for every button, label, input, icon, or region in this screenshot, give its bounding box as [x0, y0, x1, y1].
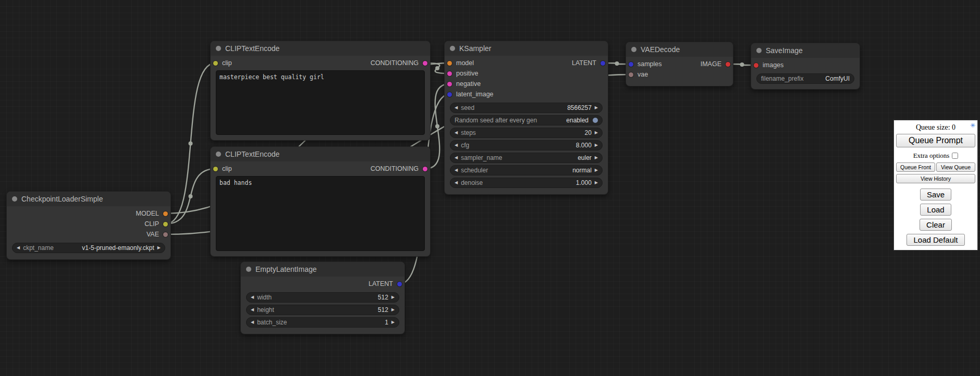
- output-slot-row: CLIP: [7, 219, 170, 229]
- node-collapse-dot-icon[interactable]: [12, 196, 17, 202]
- load-default-button[interactable]: Load Default: [906, 234, 964, 246]
- node-collapse-dot-icon[interactable]: [450, 46, 455, 51]
- samples-input-port-icon[interactable]: [629, 62, 633, 67]
- node-clip-text-encode-negative[interactable]: CLIPTextEncode clip CONDITIONING bad han…: [210, 146, 431, 257]
- input-label-clip: clip: [222, 165, 232, 172]
- model-input-port-icon[interactable]: [447, 61, 452, 66]
- node-title: VAEDecode: [641, 45, 680, 54]
- latent-output-port-icon[interactable]: [601, 61, 605, 66]
- slot-row: positive: [445, 68, 608, 79]
- node-empty-latent-image[interactable]: EmptyLatentImage LATENT ◀ width 512 ▶ ◀ …: [240, 261, 405, 334]
- clip-input-port-icon[interactable]: [213, 167, 218, 171]
- increment-arrow-icon[interactable]: ▶: [391, 320, 395, 324]
- increment-arrow-icon[interactable]: ▶: [595, 156, 598, 160]
- node-collapse-dot-icon[interactable]: [631, 47, 636, 52]
- save-button[interactable]: Save: [920, 189, 951, 200]
- widget-filename-prefix[interactable]: filename_prefix ComfyUI: [756, 73, 854, 84]
- node-header[interactable]: SaveImage: [751, 43, 860, 58]
- widget-denoise[interactable]: ◀ denoise 1.000 ▶: [450, 178, 603, 188]
- slot-row: clip CONDITIONING: [211, 164, 430, 174]
- decrement-arrow-icon[interactable]: ◀: [251, 320, 254, 324]
- widget-value: v1-5-pruned-emaonly.ckpt: [82, 244, 154, 252]
- node-collapse-dot-icon[interactable]: [246, 267, 251, 272]
- node-header[interactable]: EmptyLatentImage: [241, 262, 405, 277]
- conditioning-output-port-icon[interactable]: [423, 167, 427, 171]
- widget-batch-size[interactable]: ◀ batch_size 1 ▶: [246, 317, 399, 328]
- queue-front-button[interactable]: Queue Front: [896, 162, 935, 172]
- increment-arrow-icon[interactable]: ▶: [595, 106, 598, 110]
- widget-name: Random seed after every gen: [455, 117, 537, 124]
- widget-height[interactable]: ◀ height 512 ▶: [246, 305, 399, 315]
- node-title: SaveImage: [766, 46, 803, 55]
- load-button[interactable]: Load: [920, 204, 951, 216]
- negative-input-port-icon[interactable]: [447, 82, 452, 86]
- node-header[interactable]: CLIPTextEncode: [211, 41, 430, 56]
- node-collapse-dot-icon[interactable]: [756, 48, 762, 53]
- widget-cfg[interactable]: ◀ cfg 8.000 ▶: [450, 140, 603, 151]
- widget-name: denoise: [461, 179, 483, 186]
- increment-arrow-icon[interactable]: ▶: [595, 168, 598, 172]
- node-collapse-dot-icon[interactable]: [216, 46, 221, 51]
- node-header[interactable]: CLIPTextEncode: [211, 147, 430, 161]
- settings-gear-icon[interactable]: ✳: [970, 122, 975, 129]
- output-slot-row: LATENT: [241, 279, 405, 289]
- decrement-arrow-icon[interactable]: ◀: [455, 156, 458, 160]
- slot-row: images: [751, 60, 860, 70]
- input-label-samples: samples: [638, 60, 662, 68]
- increment-arrow-icon[interactable]: ▶: [157, 246, 161, 250]
- node-vae-decode[interactable]: VAEDecode samples IMAGE vae: [626, 42, 733, 86]
- decrement-arrow-icon[interactable]: ◀: [455, 181, 458, 185]
- images-input-port-icon[interactable]: [754, 63, 758, 68]
- decrement-arrow-icon[interactable]: ◀: [17, 246, 20, 250]
- decrement-arrow-icon[interactable]: ◀: [251, 295, 254, 299]
- widget-seed[interactable]: ◀ seed 8566257 ▶: [450, 103, 603, 113]
- node-save-image[interactable]: SaveImage images filename_prefix ComfyUI: [751, 43, 860, 90]
- clip-input-port-icon[interactable]: [213, 61, 218, 66]
- node-header[interactable]: KSampler: [445, 41, 608, 56]
- model-output-port-icon[interactable]: [163, 211, 168, 216]
- node-header[interactable]: VAEDecode: [626, 42, 733, 57]
- widget-value: 1: [385, 319, 388, 326]
- extra-options-label: Extra options: [913, 152, 950, 160]
- positive-prompt-textarea[interactable]: masterpiece best quality girl: [216, 70, 425, 135]
- decrement-arrow-icon[interactable]: ◀: [251, 308, 254, 312]
- output-label-vae: VAE: [146, 231, 159, 238]
- increment-arrow-icon[interactable]: ▶: [595, 131, 598, 135]
- increment-arrow-icon[interactable]: ▶: [391, 295, 395, 299]
- input-label-vae: vae: [638, 71, 648, 78]
- widget-steps[interactable]: ◀ steps 20 ▶: [450, 128, 603, 138]
- widget-ckpt-name[interactable]: ◀ ckpt_name v1-5-pruned-emaonly.ckpt ▶: [12, 243, 165, 253]
- increment-arrow-icon[interactable]: ▶: [391, 308, 395, 312]
- decrement-arrow-icon[interactable]: ◀: [455, 106, 458, 110]
- latent-output-port-icon[interactable]: [397, 282, 402, 286]
- extra-options-checkbox[interactable]: [952, 153, 958, 159]
- widget-width[interactable]: ◀ width 512 ▶: [246, 292, 399, 303]
- clip-output-port-icon[interactable]: [163, 222, 168, 227]
- vae-input-port-icon[interactable]: [629, 72, 633, 77]
- negative-prompt-textarea[interactable]: bad hands: [216, 176, 425, 251]
- clear-button[interactable]: Clear: [920, 219, 952, 231]
- widget-sampler-name[interactable]: ◀ sampler_name euler ▶: [450, 153, 603, 163]
- node-header[interactable]: CheckpointLoaderSimple: [7, 192, 170, 206]
- image-output-port-icon[interactable]: [726, 62, 730, 67]
- node-ksampler[interactable]: KSampler model LATENT positive negative …: [444, 41, 608, 195]
- positive-input-port-icon[interactable]: [447, 71, 452, 76]
- widget-scheduler[interactable]: ◀ scheduler normal ▶: [450, 165, 603, 176]
- increment-arrow-icon[interactable]: ▶: [595, 143, 598, 147]
- node-collapse-dot-icon[interactable]: [216, 152, 221, 157]
- view-history-button[interactable]: View History: [896, 174, 975, 183]
- toggle-indicator-icon[interactable]: [593, 118, 598, 123]
- input-label-clip: clip: [222, 59, 232, 67]
- latent-image-input-port-icon[interactable]: [447, 92, 452, 97]
- decrement-arrow-icon[interactable]: ◀: [455, 168, 458, 172]
- decrement-arrow-icon[interactable]: ◀: [455, 131, 458, 135]
- view-queue-button[interactable]: View Queue: [936, 162, 975, 172]
- vae-output-port-icon[interactable]: [163, 232, 168, 237]
- queue-prompt-button[interactable]: Queue Prompt: [896, 134, 975, 147]
- node-checkpoint-loader-simple[interactable]: CheckpointLoaderSimple MODEL CLIP VAE ◀ …: [6, 191, 171, 260]
- increment-arrow-icon[interactable]: ▶: [595, 181, 598, 185]
- widget-random-seed-toggle[interactable]: Random seed after every gen enabled: [450, 115, 603, 126]
- conditioning-output-port-icon[interactable]: [423, 61, 427, 66]
- node-clip-text-encode-positive[interactable]: CLIPTextEncode clip CONDITIONING masterp…: [210, 41, 431, 141]
- decrement-arrow-icon[interactable]: ◀: [455, 143, 458, 147]
